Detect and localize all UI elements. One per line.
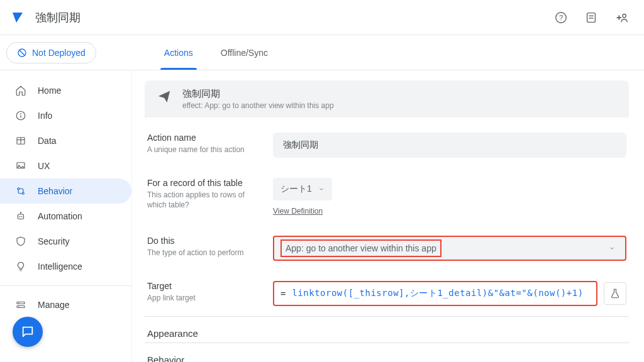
- bulb-icon: [15, 261, 26, 272]
- action-header: 強制同期 effect: App: go to another view wit…: [145, 80, 629, 118]
- tab-actions[interactable]: Actions: [162, 35, 196, 70]
- svg-point-22: [19, 216, 21, 217]
- desc-for-table: This action applies to rows of which tab…: [147, 190, 265, 210]
- sidebar-item-label: Data: [38, 136, 57, 146]
- svg-point-8: [623, 14, 626, 18]
- svg-rect-3: [587, 13, 596, 22]
- svg-point-25: [20, 212, 21, 213]
- target-expression-input[interactable]: = linktorow([_thisrow],シート1_detail)&"&at…: [273, 281, 597, 306]
- svg-point-20: [22, 192, 24, 194]
- desc-do-this: The type of action to perform: [147, 248, 265, 258]
- chevron-down-icon: [318, 186, 325, 192]
- sidebar-item-label: Intelligence: [38, 261, 82, 272]
- svg-rect-21: [18, 214, 24, 219]
- sidebar-item-label: Manage: [38, 300, 70, 310]
- svg-rect-26: [17, 302, 25, 304]
- sidebar-item-label: Behavior: [38, 186, 72, 196]
- svg-point-29: [18, 306, 19, 307]
- sidebar-divider: [0, 285, 131, 286]
- deploy-status-label: Not Deployed: [32, 48, 86, 58]
- appsheet-logo: [10, 10, 25, 25]
- feedback-fab[interactable]: [13, 317, 43, 347]
- info-icon: [15, 110, 26, 121]
- sidebar-item-ux[interactable]: UX: [0, 153, 131, 178]
- svg-point-13: [20, 113, 21, 114]
- label-target: Target: [147, 281, 265, 291]
- do-this-dropdown[interactable]: App: go to another view within this app: [273, 236, 626, 261]
- preview-icon[interactable]: [579, 5, 604, 30]
- svg-text:?: ?: [559, 13, 563, 21]
- home-icon: [15, 85, 26, 96]
- desc-target: App link target: [147, 293, 265, 304]
- deploy-status-chip[interactable]: Not Deployed: [6, 42, 96, 63]
- sidebar-item-label: Security: [38, 236, 70, 246]
- chevron-down-icon: [609, 245, 615, 251]
- expression-text: linktorow([_thisrow],シート1_detail)&"&at="…: [292, 288, 583, 299]
- section-behavior[interactable]: Behavior: [145, 343, 629, 362]
- action-type-icon: [157, 89, 171, 103]
- sidebar-item-automation[interactable]: Automation: [0, 204, 131, 229]
- sidebar-item-manage[interactable]: Manage: [0, 292, 131, 317]
- chat-icon: [21, 325, 35, 339]
- page-title: 強制同期: [35, 10, 80, 25]
- help-icon[interactable]: ?: [548, 5, 574, 30]
- shield-icon: [15, 236, 26, 247]
- table-dropdown[interactable]: シート1: [273, 178, 332, 200]
- test-expression-button[interactable]: [604, 282, 626, 305]
- view-definition-link[interactable]: View Definition: [273, 207, 323, 216]
- ux-icon: [15, 160, 26, 172]
- equals-sign: =: [280, 288, 286, 299]
- action-subtitle: effect: App: go to another view within t…: [182, 101, 334, 110]
- section-appearance[interactable]: Appearance: [145, 316, 629, 343]
- sidebar-item-data[interactable]: Data: [0, 128, 131, 153]
- svg-rect-27: [17, 306, 25, 308]
- svg-point-28: [18, 302, 19, 304]
- sidebar-item-label: Automation: [38, 211, 82, 221]
- sidebar-item-behavior[interactable]: Behavior: [0, 178, 131, 204]
- sidebar-item-intelligence[interactable]: Intelligence: [0, 254, 131, 279]
- sidebar-item-home[interactable]: Home: [0, 78, 131, 103]
- flask-icon: [609, 288, 621, 299]
- tab-offline-sync[interactable]: Offline/Sync: [218, 35, 270, 70]
- sidebar-item-label: Info: [38, 111, 52, 121]
- behavior-icon: [15, 185, 26, 197]
- add-user-icon[interactable]: [609, 5, 634, 30]
- desc-action-name: A unique name for this action: [147, 145, 265, 155]
- svg-line-10: [19, 50, 25, 55]
- manage-icon: [15, 299, 26, 310]
- not-deployed-icon: [17, 48, 27, 58]
- svg-marker-0: [13, 13, 23, 23]
- data-icon: [15, 135, 26, 146]
- action-title: 強制同期: [182, 88, 334, 100]
- action-name-input[interactable]: 強制同期: [273, 133, 626, 158]
- main-panel: 強制同期 effect: App: go to another view wit…: [132, 70, 644, 362]
- label-action-name: Action name: [147, 133, 265, 143]
- svg-point-23: [21, 216, 23, 217]
- svg-point-19: [18, 188, 19, 190]
- automation-icon: [15, 211, 26, 222]
- sidebar-item-security[interactable]: Security: [0, 229, 131, 254]
- label-for-table: For a record of this table: [147, 178, 265, 188]
- sidebar-item-label: Home: [38, 85, 61, 96]
- sidebar-item-label: UX: [38, 161, 50, 171]
- label-do-this: Do this: [147, 236, 265, 246]
- sidebar-item-info[interactable]: Info: [0, 103, 131, 128]
